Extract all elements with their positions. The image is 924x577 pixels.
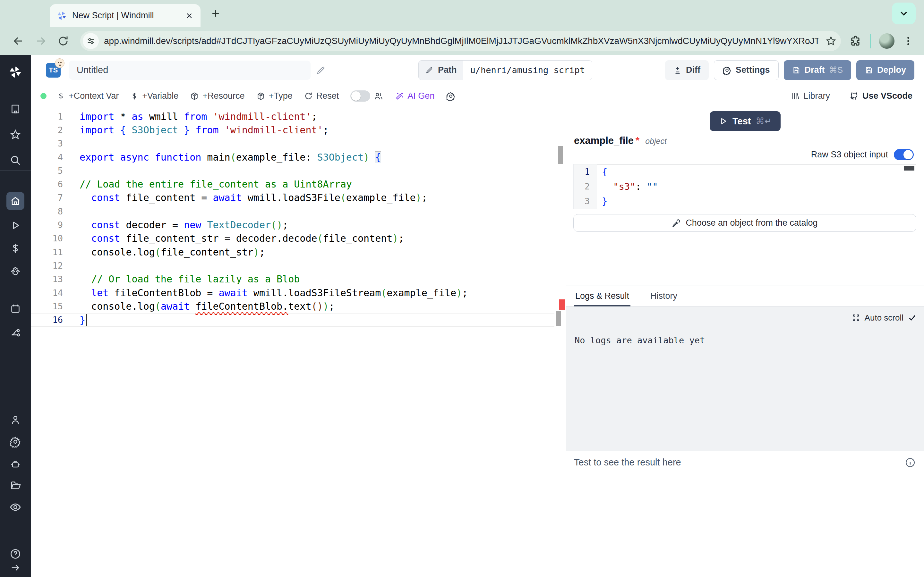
sidebar-item-flows[interactable] <box>0 324 31 342</box>
editor-line-13[interactable]: 13 // Or load the file lazily as a Blob <box>31 272 566 286</box>
library-button[interactable]: Library <box>791 91 830 101</box>
minimap-block <box>904 166 914 171</box>
tab-history[interactable]: History <box>649 286 678 306</box>
extensions-icon[interactable] <box>849 35 861 47</box>
editor-line-10[interactable]: 10 const file_content_str = decoder.deco… <box>31 232 566 245</box>
add-context-var-button[interactable]: +Context Var <box>57 91 119 101</box>
raw-s3-input-toggle[interactable] <box>894 149 914 160</box>
deploy-button[interactable]: Deploy <box>856 60 914 80</box>
edit-summary-pencil-icon[interactable] <box>316 65 326 75</box>
site-settings-icon[interactable] <box>83 33 99 49</box>
sidebar-item-variables[interactable] <box>0 239 31 258</box>
editor-line-3[interactable]: 3 <box>31 137 566 150</box>
line-number: 5 <box>31 166 63 176</box>
address-bar[interactable]: app.windmill.dev/scripts/add#JTdCJTIyaGF… <box>80 31 841 51</box>
sidebar-item-settings[interactable] <box>0 433 31 451</box>
editor-line-12[interactable]: 12 <box>31 259 566 272</box>
editor-line-7[interactable]: 7 const file_content = await wmill.loadS… <box>31 191 566 205</box>
add-resource-button[interactable]: +Resource <box>190 91 244 101</box>
kebab-menu-icon[interactable] <box>903 35 914 47</box>
new-tab-button[interactable] <box>210 8 221 19</box>
editor-line-14[interactable]: 14 let fileContentBlob = await wmill.loa… <box>31 286 566 300</box>
tab-logs-and-result[interactable]: Logs & Result <box>574 286 630 306</box>
result-hint: Test to see the result here <box>574 457 681 468</box>
save-icon <box>865 66 873 74</box>
editor-line-9[interactable]: 9 const decoder = new TextDecoder(); <box>31 218 566 231</box>
refresh-icon <box>304 92 313 100</box>
raw-s3-input-label: Raw S3 object input <box>811 150 888 160</box>
test-button[interactable]: Test ⌘↵ <box>710 111 780 131</box>
indent-guide <box>81 177 81 326</box>
code-editor[interactable]: 1import * as wmill from 'windmill-client… <box>31 107 566 577</box>
sidebar-item-folders[interactable] <box>0 476 31 494</box>
window-chevron-button[interactable] <box>892 3 916 24</box>
check-icon <box>908 314 916 322</box>
pipette-icon <box>672 219 681 227</box>
sidebar-item-home[interactable] <box>0 192 31 210</box>
collaboration-toggle[interactable] <box>351 90 370 102</box>
workspace-icon[interactable] <box>0 100 31 118</box>
line-number: 6 <box>31 179 63 189</box>
reset-button[interactable]: Reset <box>304 91 339 101</box>
line-number: 3 <box>573 194 597 209</box>
back-arrow-icon[interactable] <box>8 31 28 51</box>
editor-code-text: // Load the entire file_content as a Uin… <box>63 179 352 190</box>
editor-line-1[interactable]: 1import * as wmill from 'windmill-client… <box>31 110 566 123</box>
expand-icon <box>852 314 860 322</box>
tab-close-icon[interactable] <box>185 11 194 20</box>
sidebar-item-audit-logs[interactable] <box>0 498 31 516</box>
dollar-icon <box>57 92 65 100</box>
s3-object-json-editor[interactable]: 1{2 "s3": ""3} <box>573 164 916 209</box>
browser-chrome: New Script | Windmill <box>0 0 924 55</box>
path-editor[interactable]: Path u/henri/amusing_script <box>418 60 592 80</box>
editor-line-6[interactable]: 6// Load the entire file_content as a Ui… <box>31 177 566 191</box>
line-number: 3 <box>31 139 63 148</box>
editor-settings-gear-icon[interactable] <box>446 91 456 101</box>
profile-avatar[interactable] <box>879 33 895 49</box>
ai-gen-button[interactable]: AI Gen <box>395 91 435 101</box>
browser-tab[interactable]: New Script | Windmill <box>50 4 200 27</box>
script-summary-input[interactable]: Untitled <box>69 61 310 80</box>
line-number: 4 <box>31 152 63 162</box>
reload-icon[interactable] <box>53 31 73 51</box>
editor-line-4[interactable]: 4export async function main(example_file… <box>31 150 566 164</box>
json-line-1[interactable]: 1{ <box>573 164 916 179</box>
no-logs-message: No logs are available yet <box>575 335 916 345</box>
settings-button[interactable]: Settings <box>714 60 779 80</box>
use-vscode-button[interactable]: Use VScode <box>849 91 913 101</box>
windmill-logo[interactable] <box>0 63 31 81</box>
sidebar-item-runs[interactable] <box>0 216 31 234</box>
favorites-star-icon[interactable] <box>0 126 31 143</box>
sidebar-item-user[interactable] <box>0 411 31 429</box>
draft-button[interactable]: Draft ⌘S <box>784 60 851 80</box>
editor-line-2[interactable]: 2import { S3Object } from 'windmill-clie… <box>31 123 566 137</box>
bookmark-star-icon[interactable] <box>824 31 838 51</box>
json-line-3[interactable]: 3} <box>573 194 916 209</box>
path-value: u/henri/amusing_script <box>463 61 592 80</box>
editor-line-5[interactable]: 5 <box>31 164 566 177</box>
result-area: Test to see the result here <box>566 451 924 468</box>
editor-line-8[interactable]: 8 <box>31 205 566 218</box>
editor-line-16[interactable]: 16} <box>31 313 566 326</box>
typescript-language-icon[interactable]: TS <box>46 63 61 77</box>
editor-line-15[interactable]: 15 console.log(await fileContentBlob.tex… <box>31 300 566 313</box>
editor-code-text: const file_content_str = decoder.decode(… <box>63 233 404 244</box>
sidebar-item-resources[interactable] <box>0 263 31 280</box>
sidebar-item-workers[interactable] <box>0 455 31 473</box>
editor-toolbar: +Context Var +Variable +Resource +Type R… <box>31 85 924 107</box>
diff-button[interactable]: Diff <box>665 60 709 80</box>
sidebar-item-schedules[interactable] <box>0 300 31 318</box>
expand-sidebar-icon[interactable] <box>0 559 31 577</box>
editor-line-11[interactable]: 11 console.log(file_content_str); <box>31 245 566 259</box>
run-preview-panel: Test ⌘↵ example_file * object Raw S3 obj… <box>566 107 924 577</box>
auto-scroll-control[interactable]: Auto scroll <box>852 313 916 323</box>
json-line-2[interactable]: 2 "s3": "" <box>573 179 916 194</box>
add-type-button[interactable]: +Type <box>256 91 292 101</box>
add-variable-button[interactable]: +Variable <box>130 91 178 101</box>
url-text[interactable]: app.windmill.dev/scripts/add#JTdCJTIyaGF… <box>104 36 819 46</box>
search-icon[interactable] <box>0 151 31 169</box>
chrome-right-controls <box>849 33 916 49</box>
save-icon <box>792 66 800 74</box>
info-icon[interactable] <box>905 457 916 468</box>
choose-object-button[interactable]: Choose an object from the catalog <box>573 214 916 232</box>
